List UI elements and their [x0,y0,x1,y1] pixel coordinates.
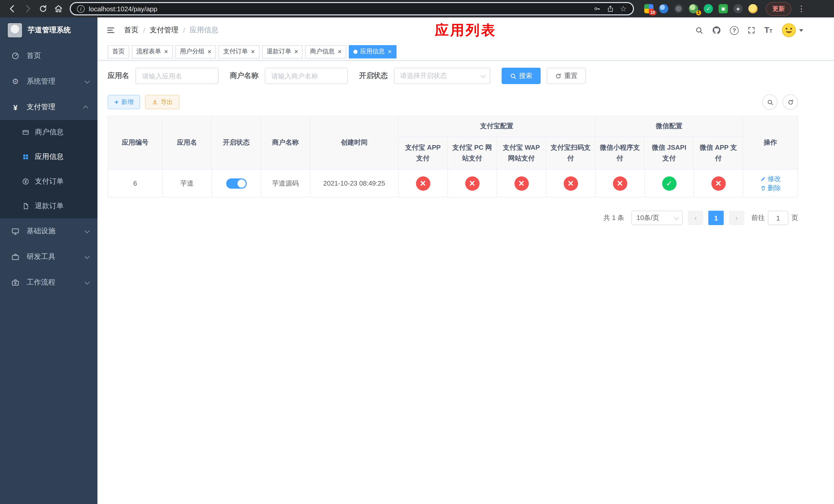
site-info-icon[interactable]: i [77,5,85,13]
sidebar-item-home[interactable]: 首页 [0,43,97,69]
close-icon[interactable]: × [164,48,168,55]
tag-app-info[interactable]: 应用信息× [349,45,396,58]
sidebar-item-label: 首页 [27,51,41,61]
toggle-search-button[interactable] [762,94,777,110]
search-button[interactable]: 搜索 [502,68,541,84]
sidebar-item-workflow[interactable]: 工作流程 [0,270,97,295]
chevron-down-icon [85,78,90,83]
page-size-select[interactable]: 10条/页 [631,211,683,225]
browser-home-icon[interactable] [51,2,66,16]
extensions-cluster: 10 1 ✓ ▣ ◆ [644,4,758,13]
user-avatar[interactable] [781,23,803,38]
sidebar: 芋道管理系统 首页 ⚙ 系统管理 ¥ 支付管理 [0,18,97,504]
prev-page-button[interactable]: ‹ [688,211,703,225]
col-header-alipay-app: 支付宝 APP 支付 [398,137,447,169]
cell-created-time: 2021-10-23 08:49:25 [310,169,398,197]
close-icon[interactable]: × [294,48,298,55]
table-toolbar: + 新增 导出 [108,94,798,110]
extension-check-icon[interactable]: ✓ [704,4,713,13]
tag-home[interactable]: 首页 [108,45,129,58]
password-key-icon[interactable] [593,5,600,12]
sidebar-item-infra[interactable]: 基础设施 [0,219,97,244]
hamburger-icon[interactable] [105,24,117,37]
sidebar-menu: 首页 ⚙ 系统管理 ¥ 支付管理 商户信 [0,43,97,295]
bookmark-star-icon[interactable]: ☆ [620,4,627,13]
merchant-name-input[interactable] [265,68,348,84]
breadcrumb-module[interactable]: 支付管理 [150,26,178,35]
refresh-table-button[interactable] [783,94,798,110]
sidebar-item-payment[interactable]: ¥ 支付管理 [0,94,97,120]
tag-refund-order[interactable]: 退款订单× [262,45,303,58]
chevron-up-icon [83,105,88,111]
goto-unit: 页 [791,213,798,223]
export-button[interactable]: 导出 [145,95,179,109]
extension-green-badge-icon[interactable]: 1 [689,4,698,13]
edit-link[interactable]: 修改 [760,174,781,183]
sidebar-item-refund-order[interactable]: 退款订单 [0,194,97,219]
extension-dark-icon[interactable] [674,4,683,13]
col-header-alipay-qr: 支付宝扫码支付 [546,137,595,169]
current-page-button[interactable]: 1 [708,211,724,225]
active-dot [353,49,357,53]
extension-grid-icon[interactable]: 10 [644,4,654,13]
share-icon[interactable] [607,5,614,12]
app-logo[interactable]: 芋道管理系统 [0,18,97,43]
table-row: 6 芋道 芋道源码 2021-10-23 08:49:25 [108,169,798,197]
tag-merchant-info[interactable]: 商户信息× [305,45,346,58]
close-icon[interactable]: × [338,48,342,55]
sidebar-item-label: 支付订单 [35,177,64,186]
add-button[interactable]: + 新增 [108,95,140,109]
sidebar-item-app-info[interactable]: 应用信息 [0,144,97,169]
alipay-pc-status-icon [465,176,479,190]
sidebar-item-devtools[interactable]: 研发工具 [0,244,97,270]
goto-page-input[interactable] [768,211,788,225]
sidebar-item-pay-order[interactable]: 支付订单 [0,169,97,194]
extension-drop-icon[interactable] [659,4,668,13]
browser-forward-icon[interactable] [21,2,35,16]
browser-toolbar: i localhost:1024/pay/app ☆ 10 1 ✓ ▣ ◆ 更新… [0,0,834,18]
fullscreen-icon[interactable] [747,26,755,35]
reset-button[interactable]: 重置 [547,68,586,84]
app-name-input[interactable] [135,68,219,84]
alipay-wap-status-icon [514,176,529,190]
edit-pencil-icon [760,176,766,182]
font-size-icon[interactable]: TT [764,26,772,35]
tag-pay-order[interactable]: 支付订单× [219,45,259,58]
pay-order-icon [21,178,31,185]
extension-puzzle-icon[interactable]: ◆ [733,4,743,13]
wechat-config-group-header: 微信配置 [595,116,743,137]
cell-app-name: 芋道 [162,169,212,197]
github-icon[interactable] [712,26,721,35]
tag-process-form[interactable]: 流程表单× [132,45,173,58]
col-header-wx-app: 微信 APP 支付 [694,137,743,169]
cell-merchant-name: 芋道源码 [261,169,310,197]
workflow-icon [10,278,21,287]
close-icon[interactable]: × [251,48,255,55]
delete-link[interactable]: 删除 [760,183,781,192]
browser-back-icon[interactable] [5,2,20,16]
extension-face-icon[interactable] [748,4,758,13]
close-icon[interactable]: × [388,48,392,55]
address-bar[interactable]: i localhost:1024/pay/app ☆ [70,2,634,15]
sidebar-item-merchant-info[interactable]: 商户信息 [0,120,97,144]
close-icon[interactable]: × [207,48,211,55]
browser-menu-icon[interactable]: ⋮ [797,4,805,13]
page-content: 应用名 商户名称 开启状态 请选择开启状态 [97,61,834,504]
help-icon[interactable]: ? [730,26,739,35]
status-select[interactable]: 请选择开启状态 [394,68,490,84]
sidebar-item-label: 支付管理 [27,102,56,112]
extension-badge-green: 1 [696,10,701,15]
screen: i localhost:1024/pay/app ☆ 10 1 ✓ ▣ ◆ 更新… [0,0,834,504]
browser-reload-icon[interactable] [36,2,50,16]
extension-chat-icon[interactable]: ▣ [719,4,728,13]
enabled-switch[interactable] [226,178,246,188]
tag-user-group[interactable]: 用户分组× [175,45,216,58]
wx-jsapi-status-icon [662,176,676,190]
plus-icon: + [114,98,118,106]
breadcrumb-home[interactable]: 首页 [124,26,138,35]
next-page-button[interactable]: › [729,211,744,225]
chevron-down-icon [481,72,486,78]
browser-update-button[interactable]: 更新 [766,2,791,16]
search-icon[interactable] [695,26,703,35]
sidebar-item-system[interactable]: ⚙ 系统管理 [0,69,97,94]
